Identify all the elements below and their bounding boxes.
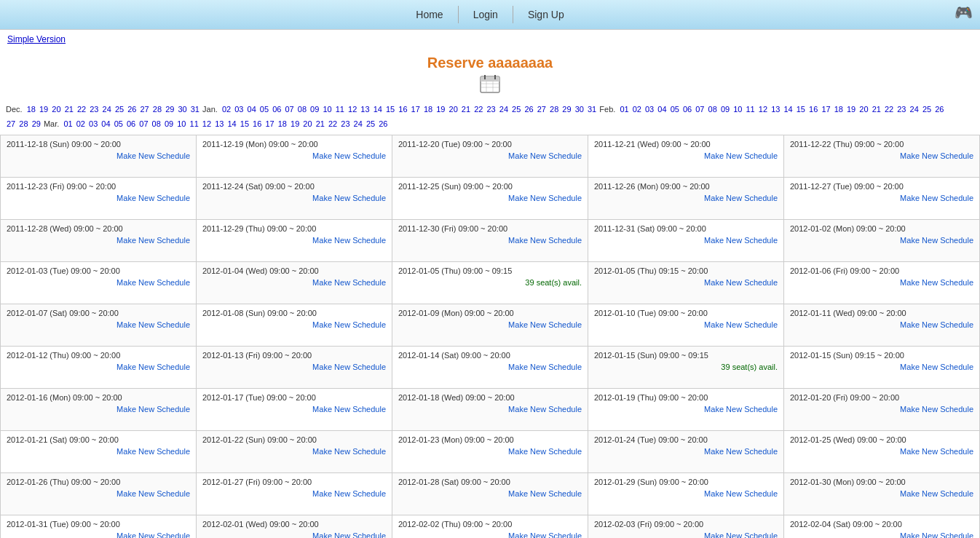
mar-14[interactable]: 14: [227, 119, 236, 128]
mar-20[interactable]: 20: [303, 119, 312, 128]
make-new-schedule-link[interactable]: Make New Schedule: [594, 320, 778, 329]
dec-22[interactable]: 22: [77, 105, 86, 114]
make-new-schedule-link[interactable]: Make New Schedule: [594, 405, 778, 414]
dec-19[interactable]: 19: [39, 105, 48, 114]
simple-version-link[interactable]: Simple Version: [7, 34, 66, 44]
seats-available-link[interactable]: 39 seat(s) avail.: [594, 363, 778, 371]
feb-29[interactable]: 29: [32, 119, 41, 128]
make-new-schedule-link[interactable]: Make New Schedule: [594, 489, 778, 498]
jan-13[interactable]: 13: [360, 105, 369, 114]
jan-15[interactable]: 15: [386, 105, 395, 114]
mar-13[interactable]: 13: [215, 119, 224, 128]
feb-27[interactable]: 27: [7, 119, 15, 128]
jan-17[interactable]: 17: [411, 105, 420, 114]
jan-10[interactable]: 10: [323, 105, 331, 114]
feb-08[interactable]: 08: [708, 105, 717, 114]
jan-22[interactable]: 22: [474, 105, 483, 114]
mar-23[interactable]: 23: [341, 119, 349, 128]
feb-05[interactable]: 05: [671, 105, 679, 114]
jan-29[interactable]: 29: [562, 105, 571, 114]
jan-03[interactable]: 03: [234, 105, 243, 114]
make-new-schedule-link[interactable]: Make New Schedule: [202, 151, 386, 160]
dec-24[interactable]: 24: [103, 105, 111, 114]
feb-12[interactable]: 12: [759, 105, 767, 114]
feb-18[interactable]: 18: [834, 105, 843, 114]
feb-16[interactable]: 16: [809, 105, 818, 114]
dec-26[interactable]: 26: [127, 105, 136, 114]
dec-29[interactable]: 29: [165, 105, 174, 114]
jan-23[interactable]: 23: [486, 105, 495, 114]
mar-05[interactable]: 05: [114, 119, 123, 128]
make-new-schedule-link[interactable]: Make New Schedule: [398, 194, 582, 202]
feb-13[interactable]: 13: [771, 105, 780, 114]
make-new-schedule-link[interactable]: Make New Schedule: [7, 489, 190, 498]
jan-26[interactable]: 26: [524, 105, 533, 114]
feb-21[interactable]: 21: [872, 105, 881, 114]
jan-21[interactable]: 21: [462, 105, 470, 114]
jan-25[interactable]: 25: [512, 105, 521, 114]
make-new-schedule-link[interactable]: Make New Schedule: [594, 151, 778, 160]
feb-22[interactable]: 22: [885, 105, 893, 114]
feb-23[interactable]: 23: [897, 105, 906, 114]
jan-14[interactable]: 14: [374, 105, 382, 114]
make-new-schedule-link[interactable]: Make New Schedule: [7, 447, 190, 456]
dec-31[interactable]: 31: [191, 105, 199, 114]
seats-available-link[interactable]: 39 seat(s) avail.: [398, 278, 582, 287]
make-new-schedule-link[interactable]: Make New Schedule: [790, 489, 973, 498]
mar-19[interactable]: 19: [291, 119, 299, 128]
nav-home[interactable]: Home: [401, 6, 458, 23]
feb-11[interactable]: 11: [746, 105, 755, 114]
make-new-schedule-link[interactable]: Make New Schedule: [7, 531, 190, 538]
make-new-schedule-link[interactable]: Make New Schedule: [398, 447, 582, 456]
make-new-schedule-link[interactable]: Make New Schedule: [202, 320, 386, 329]
jan-30[interactable]: 30: [575, 105, 584, 114]
feb-28[interactable]: 28: [19, 119, 28, 128]
mar-02[interactable]: 02: [76, 119, 85, 128]
feb-26[interactable]: 26: [935, 105, 944, 114]
feb-03[interactable]: 03: [645, 105, 654, 114]
make-new-schedule-link[interactable]: Make New Schedule: [202, 278, 386, 287]
mar-04[interactable]: 04: [101, 119, 110, 128]
jan-08[interactable]: 08: [298, 105, 307, 114]
make-new-schedule-link[interactable]: Make New Schedule: [594, 531, 778, 538]
jan-18[interactable]: 18: [424, 105, 432, 114]
feb-02[interactable]: 02: [633, 105, 641, 114]
dec-20[interactable]: 20: [52, 105, 60, 114]
feb-10[interactable]: 10: [733, 105, 742, 114]
feb-01[interactable]: 01: [620, 105, 628, 114]
mar-18[interactable]: 18: [278, 119, 287, 128]
mar-16[interactable]: 16: [253, 119, 261, 128]
mar-08[interactable]: 08: [152, 119, 161, 128]
mar-09[interactable]: 09: [165, 119, 173, 128]
make-new-schedule-link[interactable]: Make New Schedule: [202, 447, 386, 456]
calendar-icon[interactable]: [0, 74, 980, 97]
make-new-schedule-link[interactable]: Make New Schedule: [202, 405, 386, 414]
dec-25[interactable]: 25: [115, 105, 124, 114]
mar-11[interactable]: 11: [190, 119, 199, 128]
make-new-schedule-link[interactable]: Make New Schedule: [398, 489, 582, 498]
nav-login[interactable]: Login: [459, 6, 513, 23]
make-new-schedule-link[interactable]: Make New Schedule: [202, 531, 386, 538]
jan-06[interactable]: 06: [272, 105, 281, 114]
make-new-schedule-link[interactable]: Make New Schedule: [790, 405, 973, 414]
make-new-schedule-link[interactable]: Make New Schedule: [7, 405, 190, 414]
feb-24[interactable]: 24: [910, 105, 919, 114]
feb-17[interactable]: 17: [821, 105, 830, 114]
jan-28[interactable]: 28: [550, 105, 558, 114]
jan-12[interactable]: 12: [348, 105, 357, 114]
make-new-schedule-link[interactable]: Make New Schedule: [7, 320, 190, 329]
mar-06[interactable]: 06: [127, 119, 135, 128]
make-new-schedule-link[interactable]: Make New Schedule: [7, 194, 190, 202]
jan-19[interactable]: 19: [436, 105, 445, 114]
jan-05[interactable]: 05: [260, 105, 269, 114]
feb-07[interactable]: 07: [695, 105, 704, 114]
jan-11[interactable]: 11: [336, 105, 344, 114]
mar-17[interactable]: 17: [265, 119, 274, 128]
make-new-schedule-link[interactable]: Make New Schedule: [202, 236, 386, 245]
make-new-schedule-link[interactable]: Make New Schedule: [7, 278, 190, 287]
jan-31[interactable]: 31: [588, 105, 596, 114]
make-new-schedule-link[interactable]: Make New Schedule: [594, 447, 778, 456]
make-new-schedule-link[interactable]: Make New Schedule: [790, 320, 973, 329]
jan-16[interactable]: 16: [398, 105, 407, 114]
make-new-schedule-link[interactable]: Make New Schedule: [790, 236, 973, 245]
